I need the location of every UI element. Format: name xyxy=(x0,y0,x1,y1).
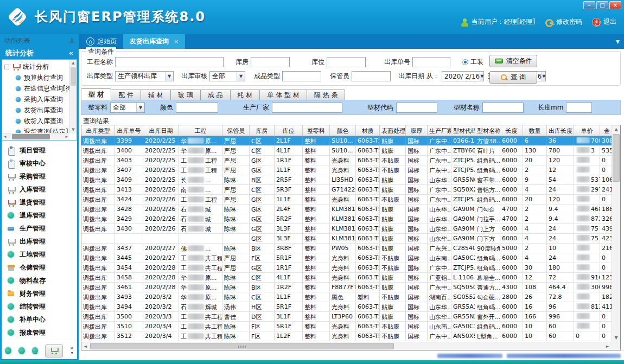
column-header-manufacturer[interactable]: 生产厂家 xyxy=(428,125,451,136)
color-input[interactable] xyxy=(176,103,218,113)
module-item[interactable]: 入库管理 xyxy=(7,183,77,196)
tree-item[interactable]: 预算执行查询 xyxy=(4,72,69,83)
table-row[interactable]: 调拨出库34452020/2/27工共工程严思F区5R1F整料光身料6063-T… xyxy=(81,253,612,263)
column-header-length[interactable]: 长度 xyxy=(500,125,523,136)
table-row[interactable]: 调拨出库34942020/3/2石辉城汤伟H区5R1F整料光身料6063-T5贴… xyxy=(81,302,612,312)
column-header-warehouse[interactable]: 库房 xyxy=(250,125,275,136)
material-tab[interactable]: 耗 材 xyxy=(230,90,260,100)
table-row[interactable]: 调拨出库34582020/2/28华原...陈琳C区4L1F整料光身料6063-… xyxy=(81,273,612,283)
table-row[interactable]: 调拨出库35002020/3/3工共工程曹佳D区3L1F整料LT3P606063… xyxy=(81,312,612,322)
material-tab[interactable]: 辅 材 xyxy=(141,90,171,100)
module-item[interactable]: 报废管理 xyxy=(7,326,77,339)
module-item[interactable]: 生产管理 xyxy=(7,222,77,235)
table-row[interactable]: 调拨出库35122020/3/4工共工程陈琳F区1L2F整料光身料6063-T5… xyxy=(81,331,612,341)
whole-part-select[interactable]: 全部▼ xyxy=(110,103,145,113)
audit-select[interactable]: 全部▼ xyxy=(209,71,245,81)
pin-icon[interactable] xyxy=(69,38,74,44)
minimize-button[interactable]: – xyxy=(583,1,595,9)
search-button[interactable]: 查 询 xyxy=(489,71,537,84)
profile-name-input[interactable] xyxy=(482,103,524,113)
column-header-amount[interactable]: 金 xyxy=(600,125,612,136)
column-header-qty[interactable]: 数量 xyxy=(523,125,547,136)
clear-conditions-button[interactable]: 清空条件 xyxy=(489,55,537,67)
scroll-up-icon[interactable]: ▲ xyxy=(612,127,620,132)
date-from-picker[interactable]: 2020/ 2/16▼ xyxy=(442,71,484,81)
material-tab[interactable]: 配 件 xyxy=(111,90,141,100)
product-type-input[interactable] xyxy=(282,71,321,81)
module-item[interactable]: 采购管理 xyxy=(7,170,77,183)
collapse-icon[interactable]: « xyxy=(69,49,73,57)
module-circle-icon[interactable] xyxy=(5,347,11,354)
scroll-left-icon[interactable]: ◄ xyxy=(3,135,6,139)
column-header-order-no[interactable]: 出库单号 xyxy=(115,125,143,136)
tree-root[interactable]: -统计分析 xyxy=(4,61,69,72)
module-item[interactable]: 项目管理 xyxy=(7,144,77,157)
module-item[interactable]: 工地管理 xyxy=(7,248,77,261)
maximize-button[interactable]: □ xyxy=(596,1,608,9)
column-header-film[interactable]: 膜厚 xyxy=(406,125,428,136)
column-header-color[interactable]: 颜色 xyxy=(330,125,356,136)
logout-button[interactable]: 退出 xyxy=(592,17,616,27)
module-item[interactable]: 退库管理 xyxy=(7,209,77,222)
scroll-right-icon[interactable]: ► xyxy=(66,135,68,139)
scroll-left-icon[interactable]: ◄ xyxy=(84,344,87,349)
column-header-surface[interactable]: 表面处理 xyxy=(380,125,406,136)
close-button[interactable]: × xyxy=(609,1,621,9)
table-horizontal-scrollbar[interactable]: ◄ ► xyxy=(81,342,612,350)
table-row[interactable]: 调拨出库35102020/3/4工共工程陈琳F区5R1F整料光身料6063-T5… xyxy=(81,322,612,331)
order-no-input[interactable] xyxy=(412,57,450,67)
module-item[interactable]: 审核中心 xyxy=(7,157,77,170)
material-tab[interactable]: 单 体 型 材 xyxy=(259,90,307,100)
table-row[interactable]: 调拨出库34032020/2/25工工程严思G区1R1F整料光身料6063-T5… xyxy=(81,156,612,165)
table-row[interactable]: 调拨出库34002020/2/25华原...严思C区4L1F整料SU10...6… xyxy=(81,146,612,156)
table-row[interactable]: G区3L3F整料KLM38176063-T5贴膜国标山东华...GA90M09.… xyxy=(81,234,612,244)
column-header-project[interactable]: 工程 xyxy=(179,125,222,136)
module-item[interactable]: 退货管理 xyxy=(7,196,77,209)
cart-module-button[interactable] xyxy=(45,344,63,357)
table-row[interactable]: 调拨出库33992020/2/25华原...严思C区2L1F整料SU10...6… xyxy=(81,136,612,146)
tree-vertical-scrollbar[interactable]: ▲ ▼ xyxy=(69,60,77,133)
material-tab[interactable]: 玻 璃 xyxy=(170,90,201,100)
tab-list-dropdown-icon[interactable]: ▼ xyxy=(616,39,620,44)
module-item[interactable]: 补单中心 xyxy=(7,313,77,326)
scroll-down-icon[interactable]: ▼ xyxy=(612,335,620,340)
tree-item[interactable]: 采购入库查询 xyxy=(4,94,69,105)
table-row[interactable]: 调拨出库34282020/2/26石城陈琳G区2L4F整料KLM38176063… xyxy=(81,205,612,214)
manufacturer-input[interactable] xyxy=(272,103,342,113)
material-tab[interactable]: 型 材 xyxy=(81,88,111,100)
tree-item[interactable]: 发货出库查询 xyxy=(4,105,69,116)
column-header-keeper[interactable]: 保管员 xyxy=(222,125,250,136)
keeper-input[interactable] xyxy=(352,71,391,81)
table-row[interactable]: 调拨出库34292020/2/26石城陈琳G区5R2F整料KLM38176063… xyxy=(81,214,612,224)
length-input[interactable] xyxy=(566,103,592,113)
tree-item[interactable]: 在途信息查询[待 xyxy=(4,83,69,94)
tree-item[interactable]: 退货查询[待定] xyxy=(4,126,69,133)
more-modules-button[interactable]: » ▾ xyxy=(70,346,74,355)
module-item[interactable]: 结转管理 xyxy=(7,300,77,313)
change-password-button[interactable]: 修改密码 xyxy=(545,17,582,27)
scroll-down-icon[interactable]: ▼ xyxy=(70,127,77,132)
table-row[interactable]: 调拨出库34372020/2/27佛...陈琳B区3R8F整料PW056063-… xyxy=(81,244,612,253)
expander-icon[interactable]: - xyxy=(4,65,9,69)
project-name-input[interactable] xyxy=(115,57,224,67)
table-row[interactable]: 调拨出库34242020/2/26工工程严思G区1L1F整料光身料6063-T5… xyxy=(81,195,612,205)
material-tab[interactable]: 隔 热 条 xyxy=(307,90,346,100)
column-header-material[interactable]: 材质 xyxy=(356,125,380,136)
table-row[interactable]: 调拨出库34092020/2/25长...陈琳B区2R5F整料LI35HD606… xyxy=(81,175,612,185)
column-header-out-length[interactable]: 出库长度 xyxy=(547,125,574,136)
module-circle-icon[interactable] xyxy=(32,347,39,354)
profile-code-input[interactable] xyxy=(396,103,437,113)
scroll-right-icon[interactable]: ► xyxy=(606,344,609,349)
tab-shipping-outbound-query[interactable]: 发货出库查询 × xyxy=(123,34,185,49)
table-row[interactable]: 调拨出库34132020/2/26南...严思C区5R3F整料G71422606… xyxy=(81,185,612,195)
column-header-whole-part[interactable]: 整零料 xyxy=(303,125,330,136)
scroll-up-icon[interactable]: ▲ xyxy=(70,61,77,65)
module-item[interactable]: 仓储管理 xyxy=(7,261,77,274)
location-input[interactable] xyxy=(327,57,366,67)
tab-home[interactable]: ⌂ 起始页 xyxy=(80,34,123,49)
tab-close-icon[interactable]: × xyxy=(174,38,179,45)
radio-gongzhuang[interactable]: 工装 xyxy=(462,58,483,67)
column-header-profile-name[interactable]: 型材名称 xyxy=(475,125,500,136)
table-row[interactable]: 调拨出库34302020/2/26石城陈琳G区3L3F整料KLM38176063… xyxy=(81,224,612,234)
out-type-select[interactable]: 生产领料出库▼ xyxy=(115,71,174,81)
